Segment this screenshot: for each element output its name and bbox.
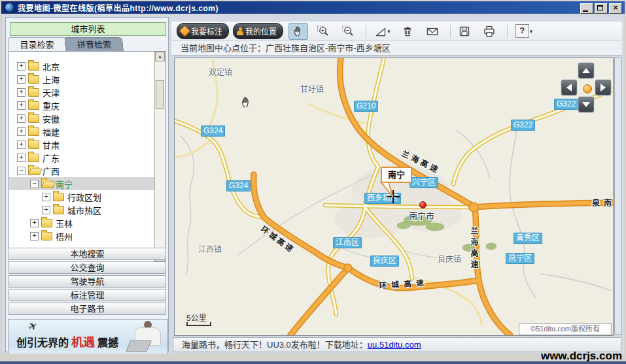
expand-icon[interactable]: +	[42, 206, 50, 214]
envelope-icon	[426, 25, 439, 37]
window-title: 我要地图-微型在线版(稻草出品http://www.dcrjs.com)	[18, 2, 218, 13]
tree-item-gansu[interactable]: +甘肃	[9, 138, 155, 151]
city-label-nanning-shi: 南宁市	[409, 209, 434, 222]
folder-icon	[28, 88, 39, 97]
ad-slogan: 创引无界的机遇震撼	[16, 333, 118, 350]
map-canvas[interactable]: G210 G322 G322 G324 G324 西乡塘区 兴宁区 江南区 良庆…	[174, 58, 614, 336]
tree-item-wuzhou[interactable]: +梧州	[9, 229, 155, 242]
zoom-in-tool-button[interactable]	[313, 23, 333, 40]
annotation-manage-button[interactable]: 标注管理	[9, 289, 166, 301]
my-location-button[interactable]: 我的位置	[233, 23, 283, 39]
toolbar-separator	[450, 25, 451, 38]
expand-icon[interactable]: +	[30, 219, 39, 227]
expand-icon[interactable]: +	[17, 141, 26, 149]
zoom-out-icon	[341, 25, 355, 38]
town-label-liangqing: 良庆镇	[438, 253, 461, 264]
collapse-icon[interactable]: −	[30, 180, 39, 188]
zoom-out-tool-button[interactable]	[338, 23, 358, 40]
send-mail-button[interactable]	[423, 23, 442, 40]
tree-item-yulin[interactable]: +玉林	[9, 216, 155, 229]
expand-icon[interactable]: +	[17, 154, 26, 162]
pan-left-button[interactable]	[561, 79, 578, 96]
pan-right-button[interactable]	[595, 79, 612, 96]
tree-item-fujian[interactable]: +福建	[9, 125, 155, 138]
folder-icon	[28, 141, 39, 149]
tree-item-beijing[interactable]: +北京	[9, 59, 155, 73]
left-arrow-icon	[566, 84, 572, 91]
expand-icon[interactable]: +	[17, 62, 26, 71]
pan-up-button[interactable]	[578, 62, 595, 79]
pan-hand-tool-button[interactable]	[288, 23, 308, 40]
folder-icon	[53, 193, 64, 201]
road-label-quannan: 泉南	[592, 197, 614, 208]
close-button[interactable]: ×	[609, 3, 622, 14]
dropdown-arrow-icon[interactable]: ▾	[530, 28, 533, 35]
collapse-icon[interactable]: −	[17, 167, 26, 175]
driving-navigation-button[interactable]: 驾驶导航	[9, 275, 166, 288]
local-search-button[interactable]: 本地搜索	[9, 248, 166, 260]
tree-item-nanning-selected[interactable]: −南宁	[9, 177, 155, 190]
bus-query-button[interactable]: 公交查询	[9, 261, 166, 274]
expand-icon[interactable]: +	[17, 114, 26, 123]
tree-item-guangdong[interactable]: +广东	[9, 151, 155, 164]
close-icon: ×	[610, 3, 621, 12]
tree-item-tianjin[interactable]: +天津	[9, 86, 155, 99]
zoom-in-icon	[317, 25, 330, 38]
scrollbar-thumb[interactable]	[156, 80, 164, 109]
center-dot-button[interactable]	[583, 84, 592, 93]
toolbar-separator	[366, 25, 366, 38]
tree-scrollbar[interactable]: ▲ ▼	[154, 52, 165, 261]
scale-label: 5公里	[186, 312, 207, 323]
tree-item-chongqing[interactable]: +重庆	[9, 99, 155, 112]
annotate-button[interactable]: 我要标注	[177, 23, 229, 39]
road-badge-g324: G324	[201, 125, 225, 137]
ruler-icon	[375, 25, 387, 37]
folder-open-icon	[41, 180, 52, 188]
tree-item-anhui[interactable]: +安徽	[9, 112, 155, 125]
measure-distance-button[interactable]: ▾	[370, 23, 395, 40]
app-icon	[5, 3, 14, 12]
folder-icon	[28, 75, 39, 84]
expand-icon[interactable]: +	[30, 232, 39, 240]
scroll-up-icon[interactable]: ▲	[155, 52, 165, 61]
trash-icon	[402, 25, 413, 37]
laptop-shape	[126, 340, 152, 352]
save-button[interactable]	[455, 23, 474, 40]
nanning-callout[interactable]: 南宁	[381, 167, 412, 183]
maximize-button[interactable]	[595, 3, 608, 14]
city-point-marker[interactable]	[419, 201, 426, 208]
tab-pinyin-search[interactable]: 拼音检索	[65, 37, 124, 51]
right-arrow-icon	[600, 84, 606, 91]
folder-icon	[41, 219, 52, 227]
expand-icon[interactable]: +	[17, 88, 26, 97]
road-badge-g324: G324	[226, 180, 251, 191]
map-center-status: 当前地图中心点位于：广西壮族自治区-南宁市-西乡塘区	[171, 41, 622, 56]
tab-directory-search[interactable]: 目录检索	[9, 37, 65, 51]
tree-item-administrative-divisions[interactable]: +行政区划	[9, 190, 155, 203]
minimize-button[interactable]	[580, 3, 593, 14]
pan-down-button[interactable]	[578, 96, 595, 113]
map-navigation-pad	[559, 62, 614, 117]
bottom-accent-line	[0, 361, 626, 364]
expand-icon[interactable]: +	[17, 101, 26, 110]
print-button[interactable]	[479, 23, 499, 40]
dropdown-arrow-icon[interactable]: ▾	[387, 28, 391, 35]
map-right-gutter	[614, 58, 622, 335]
toolbar-separator	[507, 25, 508, 38]
expand-icon[interactable]: +	[17, 75, 26, 84]
download-link[interactable]: uu.51ditu.com	[368, 340, 421, 350]
tree-item-shanghai[interactable]: +上海	[9, 73, 155, 86]
town-label-ganxu: 甘圩镇	[300, 83, 324, 94]
delete-button[interactable]	[398, 23, 417, 40]
up-arrow-icon	[582, 68, 590, 73]
scale-bar	[186, 322, 211, 326]
town-label-shuangding: 双定镇	[209, 66, 232, 77]
expand-icon[interactable]: +	[17, 127, 26, 136]
tree-item-city-hotzones[interactable]: +城市热区	[9, 203, 155, 216]
e-roadbook-button[interactable]: 电子路书	[9, 303, 166, 315]
help-button[interactable]: ? ▾	[512, 23, 536, 40]
ad-banner[interactable]: ✈ 创引无界的机遇震撼	[8, 319, 168, 357]
expand-icon[interactable]: +	[42, 193, 50, 201]
tree-item-guangxi[interactable]: −广西	[9, 164, 155, 177]
person-icon	[237, 27, 243, 35]
